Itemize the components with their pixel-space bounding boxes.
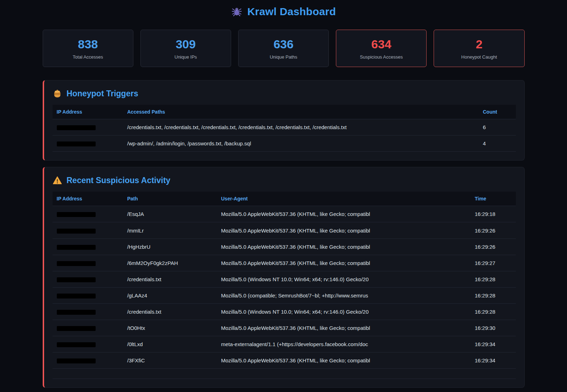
time-cell: 16:29:34 — [471, 336, 516, 352]
time-cell: 16:29:26 — [471, 239, 516, 255]
redacted-ip — [57, 245, 96, 250]
column-header-ip: IP Address — [53, 105, 123, 119]
path-cell: /EsqJA — [123, 206, 217, 222]
column-header-path: Path — [123, 192, 217, 206]
redacted-ip — [57, 229, 96, 234]
table-row: /EsqJA Mozilla/5.0 AppleWebKit/537.36 (K… — [53, 206, 516, 222]
suspicious-panel-title: Recent Suspicious Activity — [53, 176, 516, 185]
path-cell: /credentials.txt — [123, 271, 217, 287]
time-cell: 16:29:27 — [471, 255, 516, 271]
ip-cell — [53, 336, 123, 352]
page-title: Krawl Dashboard — [247, 6, 336, 18]
ip-cell — [53, 206, 123, 222]
stat-card-honeypot-caught: 2 Honeypot Caught — [434, 30, 524, 67]
redacted-ip — [57, 261, 96, 266]
ip-cell — [53, 352, 123, 368]
suspicious-table: IP Address Path User-Agent Time /EsqJA M… — [53, 192, 516, 379]
user-agent-cell: Mozilla/5.0 (Windows NT 10.0; Win64; x64… — [217, 304, 471, 320]
path-cell: /gLAAz4 — [123, 288, 217, 303]
time-cell: 16:29:18 — [471, 206, 516, 222]
spider-icon — [231, 6, 242, 17]
warning-icon — [53, 176, 62, 185]
stat-card-unique-paths: 636 Unique Paths — [238, 30, 329, 67]
redacted-ip — [57, 212, 96, 217]
stat-label: Suspicious Accesses — [340, 54, 423, 60]
ip-cell — [53, 271, 123, 287]
redacted-ip — [57, 358, 96, 363]
stat-card-suspicious-accesses: 634 Suspicious Accesses — [336, 30, 427, 67]
table-row-cutoff — [53, 369, 516, 379]
stats-row: 838 Total Accesses 309 Unique IPs 636 Un… — [43, 30, 525, 67]
column-header-ua: User-Agent — [217, 192, 471, 206]
user-agent-cell: Mozilla/5.0 AppleWebKit/537.36 (KHTML, l… — [217, 320, 471, 336]
stat-card-unique-ips: 309 Unique IPs — [140, 30, 231, 67]
stat-label: Unique Paths — [242, 54, 325, 60]
path-cell: /mmILr — [123, 223, 217, 239]
stat-value: 636 — [242, 38, 325, 51]
stat-label: Total Accesses — [47, 54, 129, 60]
table-row: /credentials.txt, /credentials.txt, /cre… — [53, 119, 516, 135]
column-header-paths: Accessed Paths — [123, 105, 479, 119]
path-cell: /0ltLxd — [123, 336, 217, 352]
column-header-ip: IP Address — [53, 192, 123, 206]
time-cell: 16:29:28 — [471, 288, 516, 303]
stat-value: 838 — [47, 38, 129, 51]
redacted-ip — [57, 310, 96, 315]
ip-cell — [53, 239, 123, 255]
ip-cell — [53, 135, 123, 151]
page-header: Krawl Dashboard — [43, 6, 525, 18]
redacted-ip — [57, 294, 96, 298]
user-agent-cell: Mozilla/5.0 AppleWebKit/537.36 (KHTML, l… — [217, 223, 471, 239]
redacted-ip — [57, 326, 96, 331]
table-row: /gLAAz4 Mozilla/5.0 (compatible; Semrush… — [53, 288, 516, 304]
table-row: /mmILr Mozilla/5.0 AppleWebKit/537.36 (K… — [53, 222, 516, 239]
count-cell: 4 — [479, 135, 516, 151]
path-cell: /credentials.txt — [123, 304, 217, 320]
time-cell: 16:29:26 — [471, 223, 516, 239]
table-row: /credentials.txt Mozilla/5.0 (Windows NT… — [53, 304, 516, 320]
user-agent-cell: Mozilla/5.0 AppleWebKit/537.36 (KHTML, l… — [217, 352, 471, 368]
count-cell: 6 — [479, 119, 516, 135]
user-agent-cell: Mozilla/5.0 AppleWebKit/537.36 (KHTML, l… — [217, 255, 471, 271]
table-row: /wp-admin/, /admin/login, /passwords.txt… — [53, 135, 516, 152]
user-agent-cell: Mozilla/5.0 AppleWebKit/537.36 (KHTML, l… — [217, 239, 471, 255]
accessed-paths-cell: /credentials.txt, /credentials.txt, /cre… — [123, 119, 479, 135]
column-header-time: Time — [471, 192, 516, 206]
user-agent-cell: Mozilla/5.0 (Windows NT 10.0; Win64; x64… — [217, 271, 471, 287]
dashboard-container: Krawl Dashboard 838 Total Accesses 309 U… — [43, 0, 525, 388]
path-cell: /HgHzbrU — [123, 239, 217, 255]
path-cell: /tO0Htx — [123, 320, 217, 336]
time-cell: 16:29:34 — [471, 352, 516, 368]
ip-cell — [53, 222, 123, 238]
honeypot-table: IP Address Accessed Paths Count /credent… — [53, 105, 516, 152]
user-agent-cell: Mozilla/5.0 AppleWebKit/537.36 (KHTML, l… — [217, 206, 471, 222]
time-cell: 16:29:30 — [471, 320, 516, 336]
section-title: Recent Suspicious Activity — [67, 176, 170, 185]
suspicious-activity-panel: Recent Suspicious Activity IP Address Pa… — [43, 167, 525, 387]
column-header-count: Count — [479, 105, 516, 119]
redacted-ip — [57, 277, 96, 282]
stat-value: 634 — [340, 38, 423, 51]
stat-card-total-accesses: 838 Total Accesses — [43, 30, 133, 67]
honeypot-panel-title: Honeypot Triggers — [53, 89, 516, 98]
user-agent-cell: Mozilla/5.0 (compatible; SemrushBot/7~bl… — [217, 288, 471, 303]
table-row: /6mM2OyF0gk2zPAH Mozilla/5.0 AppleWebKit… — [53, 255, 516, 271]
ip-cell — [53, 119, 123, 135]
time-cell: 16:29:28 — [471, 271, 516, 287]
path-cell: /6mM2OyF0gk2zPAH — [123, 255, 217, 271]
stat-value: 2 — [438, 38, 520, 51]
table-row: /credentials.txt Mozilla/5.0 (Windows NT… — [53, 271, 516, 288]
stat-label: Unique IPs — [144, 54, 227, 60]
honeypot-table-header: IP Address Accessed Paths Count — [53, 105, 516, 119]
redacted-ip — [57, 141, 96, 146]
redacted-ip — [57, 125, 96, 130]
accessed-paths-cell: /wp-admin/, /admin/login, /passwords.txt… — [123, 135, 479, 151]
honeypot-icon — [53, 89, 62, 98]
suspicious-table-header: IP Address Path User-Agent Time — [53, 192, 516, 206]
time-cell: 16:29:28 — [471, 304, 516, 320]
path-cell: /3FXfiC — [123, 352, 217, 368]
ip-cell — [53, 255, 123, 271]
table-row: /tO0Htx Mozilla/5.0 AppleWebKit/537.36 (… — [53, 320, 516, 336]
table-row: /3FXfiC Mozilla/5.0 AppleWebKit/537.36 (… — [53, 352, 516, 369]
stat-label: Honeypot Caught — [438, 54, 520, 60]
